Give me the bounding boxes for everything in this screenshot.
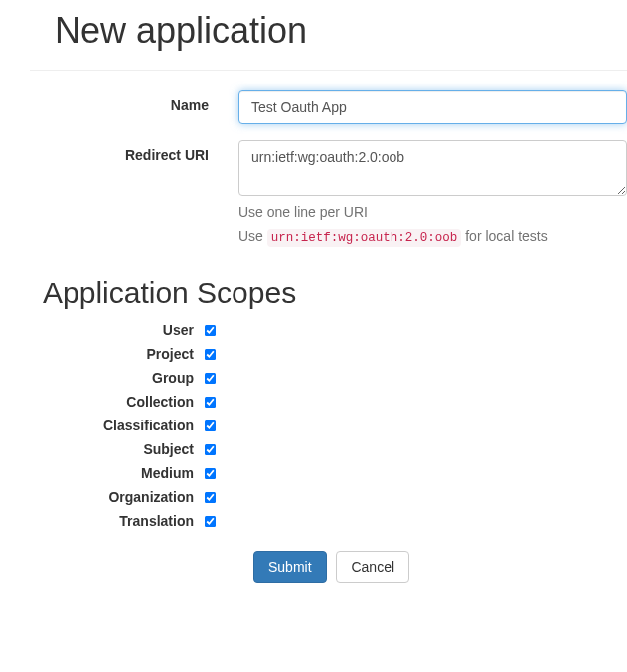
help-one-line-per-uri: Use one line per URI	[238, 204, 627, 220]
scope-checkbox[interactable]	[205, 491, 216, 502]
button-row: Submit Cancel	[253, 551, 627, 583]
scope-label: Subject	[55, 441, 202, 457]
scope-checkbox[interactable]	[205, 443, 216, 454]
scope-row: Organization	[55, 489, 627, 505]
scope-row: Collection	[55, 394, 627, 410]
redirect-uri-label: Redirect URI	[55, 140, 224, 163]
scope-checkbox[interactable]	[205, 515, 216, 526]
help-local-tests-post: for local tests	[461, 228, 547, 244]
scope-checkbox[interactable]	[205, 396, 216, 407]
scope-label: User	[55, 322, 202, 338]
scope-checkbox[interactable]	[205, 372, 216, 383]
scope-row: Project	[55, 346, 627, 362]
scope-row: Classification	[55, 418, 627, 433]
field-redirect-uri: Redirect URI Use one line per URI Use ur…	[55, 140, 627, 251]
scope-row: User	[55, 322, 627, 338]
help-code-urn: urn:ietf:wg:oauth:2.0:oob	[267, 229, 462, 247]
scope-checkbox[interactable]	[205, 348, 216, 359]
scope-row: Medium	[55, 465, 627, 481]
application-form: Name Redirect URI Use one line per URI U…	[55, 90, 627, 583]
scope-row: Group	[55, 370, 627, 386]
scope-row: Translation	[55, 513, 627, 529]
scope-label: Group	[55, 370, 202, 386]
help-local-tests-pre: Use	[238, 228, 267, 244]
name-input[interactable]	[238, 90, 627, 124]
scope-label: Translation	[55, 513, 202, 529]
page-title: New application	[55, 10, 627, 52]
field-name: Name	[55, 90, 627, 124]
name-label: Name	[55, 90, 224, 113]
scope-label: Organization	[55, 489, 202, 505]
scope-label: Collection	[55, 394, 202, 410]
divider	[30, 70, 627, 71]
scope-checkbox[interactable]	[205, 324, 216, 335]
scope-label: Project	[55, 346, 202, 362]
submit-button[interactable]: Submit	[253, 551, 327, 583]
help-local-tests: Use urn:ietf:wg:oauth:2.0:oob for local …	[238, 228, 627, 245]
scopes-heading: Application Scopes	[43, 276, 627, 310]
scope-row: Subject	[55, 441, 627, 457]
scope-label: Medium	[55, 465, 202, 481]
cancel-button[interactable]: Cancel	[336, 551, 409, 583]
scope-checkbox[interactable]	[205, 467, 216, 478]
redirect-uri-input[interactable]	[238, 140, 627, 196]
scopes-list: UserProjectGroupCollectionClassification…	[55, 322, 627, 529]
scope-label: Classification	[55, 418, 202, 433]
scope-checkbox[interactable]	[205, 420, 216, 430]
